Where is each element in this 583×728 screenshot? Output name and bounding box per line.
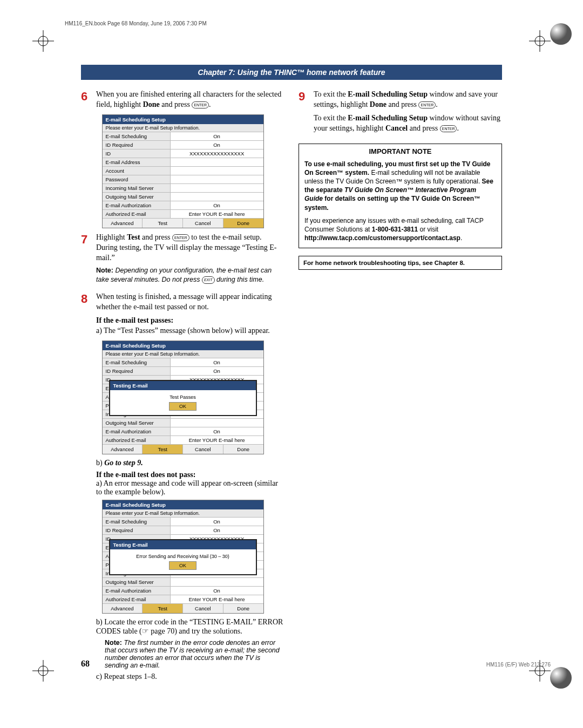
setup-done-button[interactable]: Done [223, 219, 263, 228]
overlay-title: Testing E-mail [110, 381, 256, 390]
setup-title: E-mail Scheduling Setup [103, 115, 263, 124]
setup-row: Incoming Mail Server [103, 183, 263, 192]
setup-field-label: E-mail Scheduling [103, 132, 170, 140]
fail-heading: If the e-mail test does not pass: [96, 471, 284, 479]
text: a) The “Test Passes” message (shown belo… [96, 326, 284, 336]
setup-test-button[interactable]: Test [142, 604, 182, 613]
step-body: When you are finished entering all chara… [96, 90, 284, 110]
text: for details on setting up the TV Guide O… [304, 195, 480, 211]
text: to test the e-mail setup. [189, 233, 262, 241]
text: Highlight [96, 233, 127, 241]
setup-field-label: E-mail Address [103, 158, 170, 166]
setup-field-label: E-mail Authorization [103, 201, 170, 209]
setup-field-value: On [170, 587, 263, 595]
setup-field-value: On [170, 518, 263, 526]
text: . [457, 124, 459, 132]
overlay-ok-button[interactable]: OK [169, 402, 196, 411]
setup-test-button[interactable]: Test [142, 445, 182, 454]
overlay-title: Testing E-mail [110, 540, 256, 549]
setup-cancel-button[interactable]: Cancel [182, 445, 223, 454]
step-7: 7 Highlight Test and press ENTER to test… [81, 233, 284, 288]
testing-overlay: Testing E-mail Error Sending and Receivi… [109, 539, 257, 575]
phone-number: 1-800-631-3811 [372, 226, 418, 233]
overlay-message: Error Sending and Receiving Mail (30 – 3… [114, 554, 252, 559]
pass-heading: If the e-mail test passes: [96, 316, 284, 326]
email-setup-box: E-mail Scheduling SetupPlease enter your… [102, 114, 264, 228]
setup-advanced-button[interactable]: Advanced [103, 604, 143, 613]
text: and press [160, 100, 192, 108]
setup-done-button[interactable]: Done [223, 445, 263, 454]
step-number: 9 [299, 90, 308, 134]
step-number: 7 [81, 233, 91, 288]
setup-field-label: Password [103, 175, 170, 183]
step-body: To exit the E-mail Scheduling Setup wind… [314, 90, 502, 134]
setup-field-label: ID Required [103, 526, 170, 534]
enter-icon: ENTER [418, 101, 436, 108]
setup-row: Authorized E-mailEnter YOUR E-mail here [103, 209, 263, 218]
overlay-message: Test Passes [114, 394, 252, 400]
setup-field-value: Enter YOUR E-mail here [170, 210, 263, 218]
setup-field-label: Outgoing Mail Server [103, 419, 170, 427]
text: and press [140, 233, 173, 241]
overlay-ok-button[interactable]: OK [169, 561, 196, 570]
setup-field-value [170, 167, 263, 175]
setup-field-label: Outgoing Mail Server [103, 193, 170, 201]
exit-icon: EXIT [202, 276, 215, 283]
setup-cancel-button[interactable]: Cancel [182, 219, 223, 228]
step-6: 6 When you are finished entering all cha… [81, 90, 284, 110]
setup-field-value [170, 184, 263, 192]
setup-field-label: E-mail Authorization [103, 427, 170, 436]
step-9: 9 To exit the E-mail Scheduling Setup wi… [299, 90, 502, 134]
crop-mark [529, 30, 551, 52]
note-text: The first number in the error code denot… [105, 639, 280, 669]
setup-cancel-button[interactable]: Cancel [182, 604, 223, 613]
setup-advanced-button[interactable]: Advanced [103, 219, 143, 228]
setup-done-button[interactable]: Done [223, 604, 263, 613]
text: To exit the [314, 90, 348, 98]
setup-test-button[interactable]: Test [142, 219, 182, 228]
setup-field-label: Account [103, 167, 170, 175]
setup-row: Authorized E-mailEnter YOUR E-mail here [103, 595, 263, 603]
setup-field-value [170, 158, 263, 166]
setup-field-value: Enter YOUR E-mail here [170, 436, 263, 444]
setup-field-value [170, 175, 263, 183]
chapter-title-bar: Chapter 7: Using the THINC™ home network… [81, 65, 502, 80]
text: or visit [418, 226, 438, 233]
text: and press [387, 100, 419, 108]
setup-row: E-mail SchedulingOn [103, 358, 263, 366]
setup-field-label: ID [103, 149, 170, 158]
setup-field-value: Enter YOUR E-mail here [170, 595, 263, 603]
setup-advanced-button[interactable]: Advanced [103, 445, 143, 454]
testing-overlay: Testing E-mail Test Passes OK [109, 380, 257, 416]
setup-field-label: E-mail Authorization [103, 587, 170, 595]
step-number: 8 [81, 292, 91, 336]
setup-row: E-mail SchedulingOn [103, 132, 263, 140]
running-header: HM116_EN.book Page 68 Monday, June 19, 2… [65, 21, 207, 26]
setup-field-value: XXXXXXXXXXXXXXXX [170, 149, 263, 158]
setup-field-label: E-mail Scheduling [103, 358, 170, 366]
setup-field-value [170, 578, 263, 586]
done-label: Done [143, 100, 160, 108]
setup-field-value: On [170, 367, 263, 375]
text: When testing is finished, a message will… [96, 292, 272, 311]
setup-field-label: ID Required [103, 367, 170, 375]
setup-title: E-mail Scheduling Setup [103, 341, 263, 350]
step-number: 6 [81, 90, 91, 110]
setup-description: Please enter your E-mail Setup Informati… [103, 124, 263, 132]
crop-mark [32, 660, 54, 682]
page-number: 68 [81, 659, 90, 669]
setup-row: Outgoing Mail Server [103, 192, 263, 201]
setup-row: Outgoing Mail Server [103, 577, 263, 586]
setup-field-value [170, 419, 263, 427]
corner-sphere-icon [548, 22, 573, 46]
setup-field-value: On [170, 132, 263, 140]
setup-row: Account [103, 166, 263, 175]
setup-field-label: Authorized E-mail [103, 210, 170, 218]
email-setup-box-pass: E-mail Scheduling SetupPlease enter your… [102, 341, 264, 454]
setup-field-label: Outgoing Mail Server [103, 578, 170, 586]
text: . [209, 100, 211, 108]
test-label: Test [127, 233, 140, 241]
setup-title: E-mail Scheduling Setup [103, 500, 263, 509]
goto-step-9: Go to step 9. [104, 459, 143, 467]
setup-field-value: On [170, 141, 263, 149]
